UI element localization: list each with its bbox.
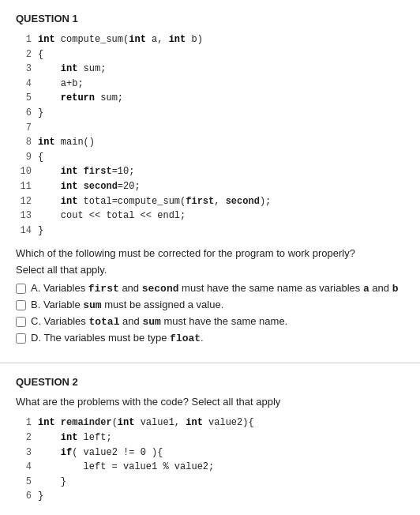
q2-code-line-2: 2 int left;: [16, 430, 404, 445]
code-line-1: 1 int compute_sum(int a, int b): [16, 32, 404, 47]
q2-title: QUESTION 2: [16, 376, 404, 388]
q2-question-text: What are the problems with the code? Sel…: [16, 396, 404, 408]
q2-code: 1 int remainder(int value1, int value2){…: [16, 415, 404, 504]
q2-code-line-3: 3 if( value2 != 0 ){: [16, 445, 404, 460]
question-2-block: QUESTION 2 What are the problems with th…: [0, 363, 420, 515]
q1-option-a-text: A. Variables first and second must have …: [31, 282, 398, 295]
code-line-2: 2 {: [16, 47, 404, 62]
code-line-4: 4 a+b;: [16, 77, 404, 92]
code-line-6: 6 }: [16, 106, 404, 121]
code-line-14: 14 }: [16, 224, 404, 239]
code-line-13: 13 cout << total << endl;: [16, 209, 404, 224]
q1-checkbox-a[interactable]: [16, 284, 26, 294]
code-line-8: 8 int main(): [16, 135, 404, 150]
q1-option-a: A. Variables first and second must have …: [16, 282, 404, 295]
q1-checkbox-c[interactable]: [16, 317, 26, 327]
q1-option-c: C. Variables total and sum must have the…: [16, 315, 404, 328]
q1-option-c-text: C. Variables total and sum must have the…: [31, 315, 287, 328]
q1-title: QUESTION 1: [16, 13, 404, 24]
q1-option-d: D. The variables must be type float.: [16, 332, 404, 344]
code-line-12: 12 int total=compute_sum(first, second);: [16, 194, 404, 209]
code-line-3: 3 int sum;: [16, 62, 404, 77]
q1-checkbox-d[interactable]: [16, 333, 26, 344]
code-line-7: 7: [16, 121, 404, 136]
q1-code: 1 int compute_sum(int a, int b) 2 { 3 in…: [16, 32, 404, 238]
code-line-5: 5 return sum;: [16, 91, 404, 106]
question-1-block: QUESTION 1 1 int compute_sum(int a, int …: [0, 0, 420, 363]
q1-option-d-text: D. The variables must be type float.: [31, 332, 204, 344]
q1-instruction: Select all that apply.: [16, 264, 404, 276]
q1-question-text: Which of the following must be corrected…: [16, 247, 404, 259]
q2-code-line-4: 4 left = value1 % value2;: [16, 460, 404, 475]
q1-option-b: B. Variable sum must be assigned a value…: [16, 299, 404, 311]
q2-code-line-1: 1 int remainder(int value1, int value2){: [16, 415, 404, 430]
code-line-10: 10 int first=10;: [16, 164, 404, 179]
q2-code-line-5: 5 }: [16, 475, 404, 490]
q1-checkbox-b[interactable]: [16, 300, 26, 310]
q1-option-b-text: B. Variable sum must be assigned a value…: [31, 299, 223, 311]
code-line-9: 9 {: [16, 150, 404, 165]
q2-code-line-6: 6 }: [16, 489, 404, 504]
code-line-11: 11 int second=20;: [16, 179, 404, 194]
